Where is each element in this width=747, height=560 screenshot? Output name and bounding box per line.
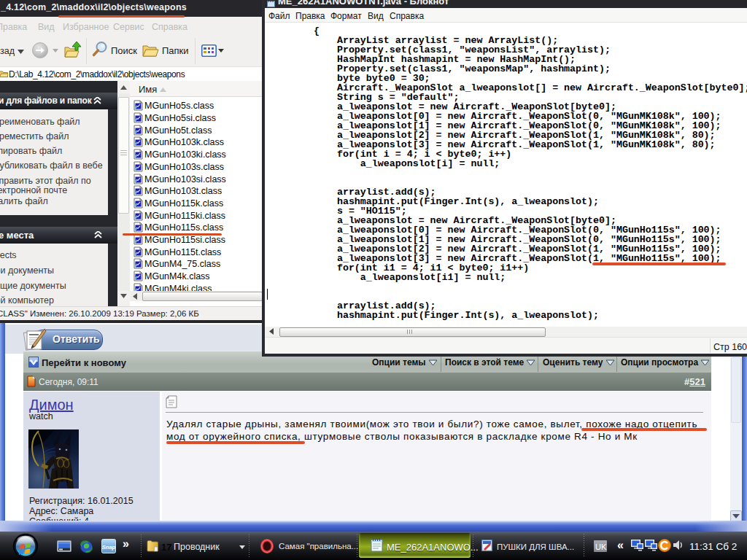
- svg-text:Snap: Snap: [102, 544, 116, 551]
